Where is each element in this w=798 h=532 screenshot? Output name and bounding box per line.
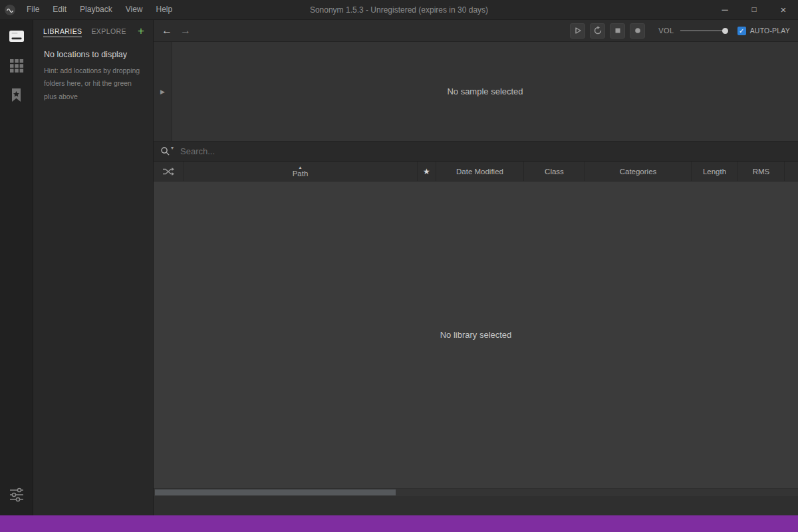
autoplay-label: AUTO-PLAY [750, 27, 790, 35]
column-header-spacer [785, 162, 798, 181]
window-controls: ─ □ × [710, 0, 798, 19]
sample-empty-text: No sample selected [172, 42, 798, 141]
menubar: File Edit Playback View Help [20, 0, 179, 19]
volume-slider-track [680, 30, 727, 31]
forward-button[interactable]: → [180, 25, 191, 37]
loop-button[interactable] [590, 23, 605, 39]
search-bar: ▾ [154, 142, 798, 162]
column-label: Date Modified [456, 168, 503, 176]
column-label: Categories [620, 168, 657, 176]
menu-help[interactable]: Help [150, 0, 180, 19]
tab-explore[interactable]: EXPLORE [91, 25, 126, 37]
results-table-body: No library selected [154, 182, 798, 488]
favorites-bookmark-icon[interactable] [5, 84, 28, 106]
back-button[interactable]: ← [162, 25, 172, 37]
column-header-categories[interactable]: Categories [585, 162, 692, 181]
volume-slider[interactable] [680, 26, 727, 35]
status-accent-bar [0, 515, 798, 532]
menu-playback[interactable]: Playback [73, 0, 119, 19]
grid-browser-icon[interactable] [5, 55, 28, 77]
autoplay-control: ✓ AUTO-PLAY [737, 27, 790, 35]
horizontal-scrollbar[interactable] [154, 488, 798, 496]
column-header-date-modified[interactable]: Date Modified [436, 162, 524, 181]
locations-empty-hint: Hint: add locations by dropping folders … [44, 65, 141, 103]
minimize-button[interactable]: ─ [710, 0, 739, 19]
preferences-sliders-icon[interactable] [5, 483, 28, 506]
menu-edit[interactable]: Edit [46, 0, 73, 19]
close-button[interactable]: × [769, 0, 798, 19]
sample-empty-label: No sample selected [447, 86, 523, 96]
locations-panel-header: LIBRARIES EXPLORE + [33, 20, 153, 42]
horizontal-scrollbar-thumb[interactable] [155, 489, 396, 495]
maximize-button[interactable]: □ [739, 0, 769, 19]
status-bar [154, 496, 798, 515]
main-toolbar: ← → [154, 20, 798, 42]
locations-empty-state: No locations to display Hint: add locati… [33, 42, 153, 111]
main-column: ← → [153, 20, 798, 515]
transport-controls [570, 23, 645, 39]
search-icon [160, 146, 170, 156]
column-header-rms[interactable]: RMS [738, 162, 785, 181]
column-header-favorite[interactable]: ★ [418, 162, 436, 181]
star-icon: ★ [423, 167, 430, 176]
main-region: LIBRARIES EXPLORE + No locations to disp… [0, 20, 798, 515]
autoplay-checkbox[interactable]: ✓ [737, 27, 746, 35]
column-header-path[interactable]: ▲ Path [184, 162, 418, 181]
search-mode-button[interactable]: ▾ [154, 146, 180, 156]
icon-rail [0, 20, 33, 515]
add-location-button[interactable]: + [138, 25, 144, 37]
titlebar: File Edit Playback View Help Sononym 1.5… [0, 0, 798, 20]
locations-empty-title: No locations to display [44, 50, 142, 59]
stop-button[interactable] [610, 23, 625, 39]
app-window: File Edit Playback View Help Sononym 1.5… [0, 0, 798, 532]
menu-file[interactable]: File [20, 0, 46, 19]
expand-panel-icon[interactable]: ▶ [160, 88, 165, 95]
libraries-icon[interactable] [5, 25, 28, 48]
column-header-length[interactable]: Length [692, 162, 738, 181]
search-dropdown-icon: ▾ [171, 145, 174, 151]
app-logo-icon [0, 4, 20, 16]
column-label: Length [703, 168, 726, 176]
tab-libraries[interactable]: LIBRARIES [43, 25, 82, 37]
volume-label: VOL [658, 27, 674, 35]
column-label: Class [545, 168, 564, 176]
play-button[interactable] [570, 23, 585, 39]
results-table-header: ▲ Path ★ Date Modified Class Categories … [154, 162, 798, 182]
volume-slider-knob[interactable] [722, 28, 728, 34]
locations-panel: LIBRARIES EXPLORE + No locations to disp… [33, 20, 153, 515]
library-empty-text: No library selected [440, 330, 512, 340]
menu-view[interactable]: View [119, 0, 150, 19]
similarity-shuffle-button[interactable] [154, 162, 184, 181]
shuffle-icon [162, 167, 174, 176]
sample-view-sidebar: ▶ [154, 42, 172, 141]
column-header-class[interactable]: Class [524, 162, 585, 181]
column-label: Path [293, 170, 309, 178]
record-button[interactable] [630, 23, 645, 39]
sample-view: ▶ No sample selected [154, 42, 798, 142]
column-label: RMS [753, 168, 770, 176]
search-input[interactable] [180, 146, 798, 156]
